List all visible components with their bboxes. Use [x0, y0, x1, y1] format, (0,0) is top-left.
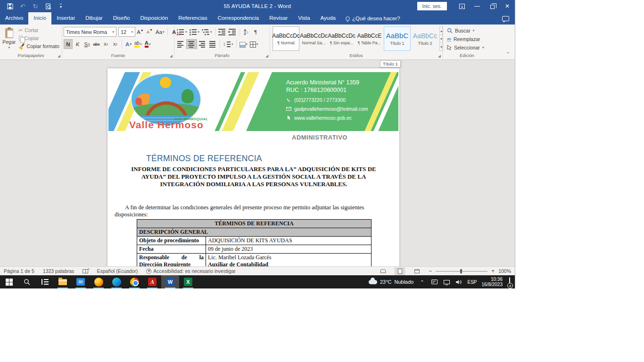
subscript-button[interactable]: X2 [101, 39, 110, 49]
align-left-button[interactable] [176, 39, 186, 49]
sign-in-button[interactable]: Inic. ses. [417, 2, 447, 10]
tab-vista[interactable]: Vista [293, 12, 315, 25]
clock[interactable]: 10:36 16/8/2023 [482, 277, 503, 287]
underline-button[interactable]: S▾ [83, 39, 91, 49]
paste-button[interactable]: Pegar ▾ [1, 26, 17, 51]
style-table-paragraph[interactable]: AaBbCcE ¶ Table Pa... [356, 26, 383, 51]
style-titulo-1[interactable]: AaBbC Título 1 [384, 26, 411, 51]
change-case-button[interactable]: Aa▾ [155, 27, 165, 37]
font-name-combo[interactable]: Times New Roma▾ [64, 27, 116, 37]
show-marks-button[interactable]: ¶ [251, 27, 260, 37]
format-painter-button[interactable]: Copiar formato [19, 43, 59, 49]
replace-button[interactable]: ab Reemplazar [447, 36, 484, 42]
style-normal[interactable]: AaBbCcDc ¶ Normal [272, 26, 299, 51]
accessibility-status[interactable]: ✥ Accesibilidad: es necesario investigar [146, 268, 236, 274]
collapse-ribbon-icon[interactable]: ⌃ [506, 51, 510, 57]
increase-indent-button[interactable] [228, 27, 238, 37]
save-icon[interactable] [6, 2, 14, 10]
multilevel-list-button[interactable]: ▾ [201, 27, 213, 37]
tab-inicio[interactable]: Inicio [28, 12, 51, 25]
redo-icon[interactable]: ↻ [31, 2, 40, 10]
show-hidden-icons-button[interactable]: ⌃ [418, 278, 426, 286]
ribbon-display-options-icon[interactable]: ▴ [454, 0, 470, 12]
grow-font-button[interactable]: A▲ [136, 27, 145, 37]
tab-insertar[interactable]: Insertar [51, 12, 80, 25]
line-spacing-button[interactable]: ▾ [222, 39, 234, 49]
task-view-button[interactable] [36, 275, 54, 288]
language-tray[interactable]: ESP [467, 280, 477, 285]
align-center-button[interactable] [186, 39, 197, 49]
touch-keyboard-icon[interactable] [430, 278, 438, 286]
start-button[interactable] [0, 275, 18, 288]
paste-dropdown-icon[interactable]: ▾ [8, 46, 10, 49]
align-right-button[interactable] [198, 39, 207, 49]
weather-widget[interactable]: 23°C Nublado [369, 279, 414, 285]
numbering-button[interactable]: ▾ [189, 27, 201, 37]
print-layout-button[interactable] [395, 267, 405, 275]
tab-revisar[interactable]: Revisar [264, 12, 293, 25]
paragraph-dialog-launcher-icon[interactable] [265, 55, 268, 58]
borders-button[interactable]: ▾ [249, 39, 259, 49]
zoom-slider-handle[interactable] [460, 269, 462, 273]
tab-archivo[interactable]: Archivo [0, 12, 28, 25]
document-page[interactable]: Valle Hermoso GAD PARROQUIAL Acuerdo Min… [107, 68, 399, 266]
select-button[interactable]: Seleccionar▾ [447, 44, 484, 51]
font-size-combo[interactable]: 12▾ [118, 27, 135, 37]
document-area[interactable]: Título 1 Valle Hermoso GAD PARROQUIA [0, 60, 515, 266]
taskbar-search-button[interactable] [18, 275, 36, 288]
zoom-percentage[interactable]: 100% [498, 268, 511, 274]
style-sin-espaciado[interactable]: AaBbCcDc ¶ Sin espa... [328, 26, 355, 51]
restore-button[interactable] [485, 0, 500, 12]
word-button[interactable]: W [161, 275, 179, 288]
font-dialog-launcher-icon[interactable] [170, 55, 173, 58]
tab-correspondencia[interactable]: Correspondencia [213, 12, 264, 25]
bold-button[interactable]: N [64, 39, 73, 49]
read-mode-button[interactable] [378, 267, 388, 275]
chrome-button[interactable] [125, 275, 143, 288]
bullets-button[interactable]: ▾ [176, 27, 188, 37]
file-explorer-button[interactable] [54, 275, 72, 288]
undo-icon[interactable]: ↶ [18, 2, 27, 10]
zoom-in-button[interactable]: + [491, 268, 495, 274]
sort-button[interactable]: AZ↓ [242, 27, 251, 37]
font-color-button[interactable]: A▾ [143, 39, 152, 49]
acrobat-button[interactable]: A [143, 275, 161, 288]
shrink-font-button[interactable]: A▼ [145, 27, 154, 37]
find-button[interactable]: Buscar▾ [447, 27, 484, 34]
excel-button[interactable]: X [179, 275, 197, 288]
word-count[interactable]: 1323 palabras [43, 268, 74, 274]
page-indicator[interactable]: Página 1 de 5 [4, 268, 34, 274]
firefox-button[interactable] [90, 275, 107, 288]
web-layout-button[interactable] [412, 267, 422, 275]
zoom-out-button[interactable]: − [429, 268, 432, 274]
justify-button[interactable] [208, 39, 218, 49]
close-button[interactable]: ✕ [500, 0, 515, 12]
tab-disposicion[interactable]: Disposición [135, 12, 173, 25]
print-preview-icon[interactable] [44, 2, 52, 10]
notification-center-button[interactable]: 4 [509, 278, 510, 286]
customize-qat-icon[interactable]: ▾ [57, 2, 65, 10]
tab-dibujar[interactable]: Dibujar [80, 12, 107, 25]
copy-button[interactable]: Copiar [19, 35, 59, 41]
network-icon[interactable] [443, 278, 450, 286]
edge-button[interactable] [107, 275, 125, 288]
cut-button[interactable]: ✂Cortar [19, 27, 59, 33]
style-normal-sa[interactable]: AaBbCcDc Normal Sa... [300, 26, 327, 51]
style-titulo-2[interactable]: AaBbCc Título 2 [412, 26, 438, 51]
text-effects-button[interactable]: A▾ [124, 39, 133, 49]
superscript-button[interactable]: X2 [111, 39, 120, 49]
clipboard-dialog-launcher-icon[interactable] [58, 55, 60, 58]
tab-diseno[interactable]: Diseño [108, 12, 135, 25]
volume-icon[interactable] [455, 278, 462, 286]
language-indicator[interactable]: Español (Ecuador) [97, 268, 138, 274]
zoom-slider[interactable] [436, 271, 487, 272]
shading-button[interactable]: ▾ [239, 39, 249, 49]
comments-icon[interactable] [502, 16, 509, 21]
decrease-indent-button[interactable] [217, 27, 227, 37]
highlight-button[interactable]: ab▾ [133, 39, 143, 49]
italic-button[interactable]: K [73, 39, 82, 49]
tab-ayuda[interactable]: Ayuda [315, 12, 341, 25]
minimize-button[interactable]: — [470, 0, 485, 12]
strikethrough-button[interactable]: abc [92, 39, 101, 49]
tab-referencias[interactable]: Referencias [173, 12, 212, 25]
